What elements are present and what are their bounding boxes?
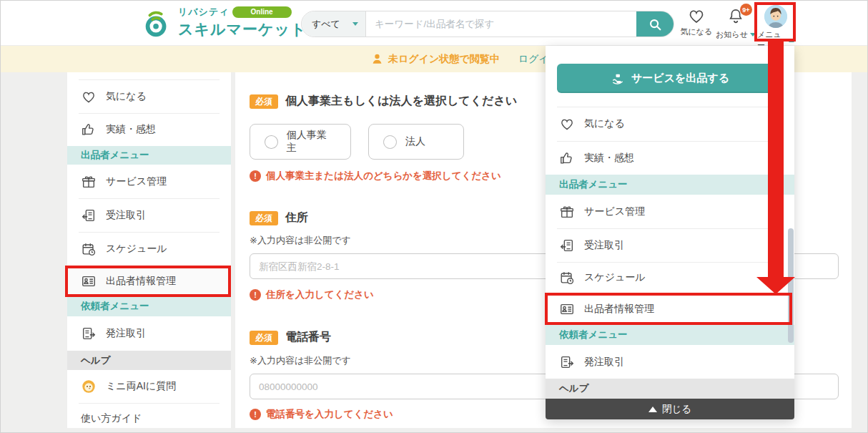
dropdown-item-label: 受注取引 [584, 239, 624, 252]
caret-up-icon [789, 39, 794, 42]
gift-icon [81, 174, 97, 190]
search-category-value: すべて [312, 18, 340, 31]
user-menu-nav[interactable]: メニュー [757, 5, 794, 51]
sidebar-section-seller-menu: 出品者メニュー [67, 146, 231, 165]
id-card-icon [81, 273, 97, 289]
search-icon [647, 16, 663, 32]
site-logo[interactable]: リバシティ Online スキルマーケット [141, 6, 306, 39]
error-icon: ! [250, 409, 261, 420]
logo-online-badge: Online [232, 6, 292, 18]
logo-name-bottom: スキルマーケット [178, 19, 306, 39]
address-heading: 必須 住所 [250, 210, 308, 225]
notifications-label: お知らせ [716, 29, 748, 40]
sidebar-item-ai-question[interactable]: ミニ両AIに質問 [67, 370, 231, 403]
business-type-heading: 必須 個人事業主もしくは法人を選択してください [250, 94, 517, 109]
sidebar-item-placed-orders[interactable]: 発注取引 [67, 316, 231, 351]
dropdown-item-placed-orders[interactable]: 発注取引 [546, 345, 794, 379]
gift-icon [559, 204, 575, 220]
sidebar-item-label: 発注取引 [106, 327, 146, 340]
dropdown-item-schedule[interactable]: スケジュール [546, 262, 794, 293]
dropdown-close-button[interactable]: 閉じる [546, 399, 794, 419]
sidebar-item-label: ミニ両AIに質問 [106, 380, 176, 393]
sidebar-item-schedule[interactable]: スケジュール [67, 232, 231, 266]
sidebar-item-label: サービス管理 [106, 175, 167, 188]
dropdown-item-label: スケジュール [584, 271, 646, 284]
option-corporation[interactable]: 法人 [368, 124, 464, 160]
favorites-label: 気になる [681, 26, 713, 37]
phone-heading: 必須 電話番号 [250, 330, 331, 345]
sidebar: 気になる 実績・感想 出品者メニュー サービス管理 受注取引 スケジュール 出品… [67, 72, 231, 428]
business-type-error: ! 個人事業主または法人のどちらかを選択してください [250, 170, 501, 183]
sidebar-item-usage-guide[interactable]: 使い方ガイド [67, 403, 231, 428]
search-category-select[interactable]: すべて [302, 11, 366, 37]
notifications-nav[interactable]: 9+ お知らせ [713, 6, 759, 40]
sidebar-item-label: 受注取引 [106, 209, 146, 222]
dropdown-item-received-orders[interactable]: 受注取引 [546, 228, 794, 262]
option-sole-proprietor[interactable]: 個人事業主 [250, 124, 351, 160]
user-avatar [764, 5, 787, 28]
thumbs-up-icon [559, 150, 575, 166]
order-received-icon [81, 208, 97, 223]
search-button[interactable] [636, 11, 674, 37]
radio-icon[interactable] [265, 135, 278, 149]
dropdown-item-label: 気になる [584, 117, 625, 130]
order-received-icon [559, 238, 575, 253]
user-menu-dropdown: サービスを出品する 気になる 実績・感想 出品者メニュー サービス管理 受注取引 [546, 46, 794, 419]
app-window: リバシティ Online スキルマーケット すべて 気になる 9+ [0, 0, 868, 433]
triangle-up-icon [648, 407, 657, 412]
publish-service-button[interactable]: サービスを出品する [557, 64, 783, 93]
address-error: ! 住所を入力してください [250, 288, 374, 301]
chevron-down-icon [352, 22, 358, 26]
sidebar-item-label: 気になる [106, 90, 147, 103]
sidebar-item-label: スケジュール [106, 243, 167, 256]
sidebar-item-received-orders[interactable]: 受注取引 [67, 198, 231, 232]
required-badge: 必須 [250, 94, 278, 109]
notification-count-badge: 9+ [740, 4, 752, 16]
sidebar-item-label: 実績・感想 [106, 123, 156, 136]
favorites-nav[interactable]: 気になる [676, 6, 717, 37]
business-type-label: 個人事業主もしくは法人を選択してください [285, 94, 517, 109]
sidebar-item-favorites[interactable]: 気になる [67, 79, 231, 113]
calendar-icon [81, 241, 97, 257]
dropdown-item-seller-info[interactable]: 出品者情報管理 [546, 293, 794, 325]
dropdown-scrollbar[interactable] [788, 228, 794, 343]
dropdown-item-label: 実績・感想 [584, 152, 634, 165]
required-badge: 必須 [250, 211, 278, 225]
sidebar-section-buyer-menu: 依頼者メニュー [67, 296, 231, 316]
required-badge: 必須 [250, 331, 278, 345]
search-bar: すべて [301, 11, 674, 37]
dropdown-section-help: ヘルプ [546, 379, 794, 399]
sidebar-item-label: 使い方ガイド [81, 412, 142, 425]
thumbs-up-icon [81, 122, 97, 137]
header: リバシティ Online スキルマーケット すべて 気になる 9+ [1, 1, 867, 46]
dropdown-item-label: サービス管理 [584, 205, 645, 218]
dropdown-item-favorites[interactable]: 気になる [546, 107, 794, 141]
address-note: ※入力内容は非公開です [250, 234, 351, 247]
heart-icon [687, 6, 706, 25]
radio-icon[interactable] [383, 135, 397, 149]
heart-icon [559, 116, 575, 132]
caret-down-icon [750, 33, 756, 37]
calendar-icon [559, 270, 575, 286]
sidebar-item-seller-info[interactable]: 出品者情報管理 [67, 266, 231, 296]
hand-service-icon [611, 72, 625, 86]
phone-label: 電話番号 [285, 330, 331, 345]
phone-error: ! 電話番号を入力してください [250, 408, 393, 421]
search-input[interactable] [366, 11, 636, 37]
dropdown-section-buyer-menu: 依頼者メニュー [546, 325, 794, 345]
sidebar-item-reviews[interactable]: 実績・感想 [67, 113, 231, 146]
avatar-face-icon [764, 5, 787, 28]
heart-icon [81, 89, 97, 104]
dropdown-item-service-management[interactable]: サービス管理 [546, 195, 794, 228]
error-icon: ! [250, 170, 261, 182]
dropdown-item-label: 発注取引 [584, 356, 624, 369]
dropdown-item-label: 出品者情報管理 [584, 303, 654, 316]
login-status-text: 未ログイン状態で閲覧中 [388, 53, 500, 66]
mascot-icon [81, 379, 97, 394]
order-placed-icon [559, 354, 575, 370]
sidebar-item-service-management[interactable]: サービス管理 [67, 165, 231, 198]
order-placed-icon [81, 326, 97, 341]
error-icon: ! [250, 289, 261, 301]
dropdown-item-reviews[interactable]: 実績・感想 [546, 141, 794, 175]
dropdown-section-seller-menu: 出品者メニュー [546, 175, 794, 195]
